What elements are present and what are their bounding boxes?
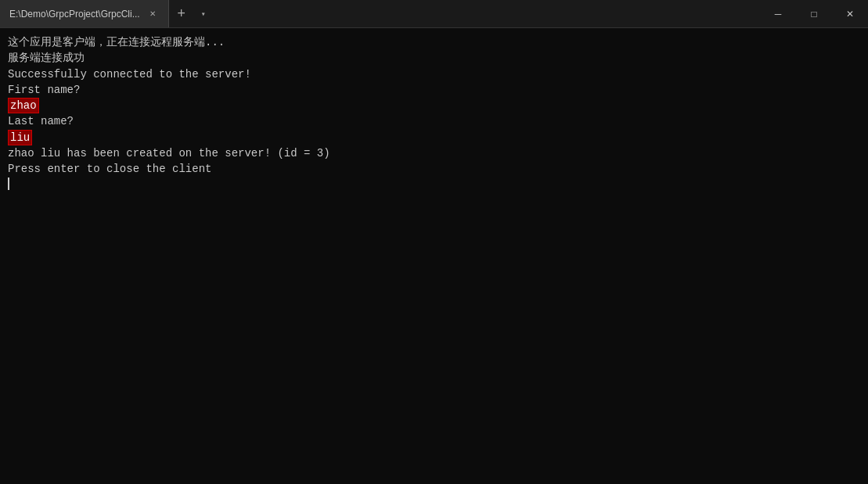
last-name-input-value: liu [8,130,32,145]
first-name-input-value: zhao [8,98,39,113]
terminal-line-5: zhao [8,98,860,113]
tab-area: E:\Demo\GrpcProject\GrpcCli... ✕ + ▾ [0,0,760,27]
terminal-line-8: zhao liu has been created on the server!… [8,145,860,161]
tab-title: E:\Demo\GrpcProject\GrpcCli... [9,9,140,20]
tab-close-button[interactable]: ✕ [146,8,159,20]
terminal-cursor [8,177,9,190]
active-tab[interactable]: E:\Demo\GrpcProject\GrpcCli... ✕ [0,0,169,27]
new-tab-button[interactable]: + [169,0,194,27]
terminal-body: 这个应用是客户端，正在连接远程服务端... 服务端连接成功 Successful… [0,28,868,484]
terminal-line-7: liu [8,130,860,145]
terminal-line-1: 这个应用是客户端，正在连接远程服务端... [8,34,860,50]
terminal-line-2: 服务端连接成功 [8,50,860,66]
cursor-line [8,177,860,190]
terminal-line-4: First name? [8,82,860,98]
terminal-line-6: Last name? [8,113,860,129]
minimize-button[interactable]: ─ [760,0,796,27]
title-bar: E:\Demo\GrpcProject\GrpcCli... ✕ + ▾ ─ □… [0,0,868,28]
tab-dropdown-button[interactable]: ▾ [194,0,213,27]
terminal-line-3: Successfully connected to the server! [8,66,860,82]
terminal-line-9: Press enter to close the client [8,161,860,177]
window-controls: ─ □ ✕ [760,0,868,27]
close-button[interactable]: ✕ [832,0,868,27]
maximize-button[interactable]: □ [796,0,832,27]
